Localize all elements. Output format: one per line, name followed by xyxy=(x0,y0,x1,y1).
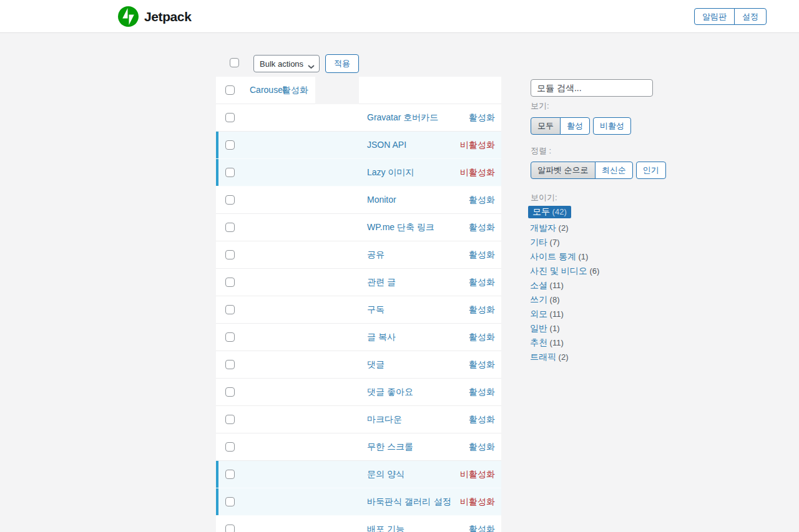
activate-link[interactable]: 활성화 xyxy=(469,332,495,343)
category-item: 기타 (7) xyxy=(530,237,599,248)
activate-link[interactable]: 활성화 xyxy=(282,85,308,96)
activate-link[interactable]: 활성화 xyxy=(469,304,495,316)
brand-title: Jetpack xyxy=(144,9,191,24)
category-count: (42) xyxy=(550,207,567,216)
activate-link[interactable]: 활성화 xyxy=(469,524,495,532)
module-name-link[interactable]: 바둑판식 갤러리 xyxy=(367,496,431,508)
category-item: 추천 (11) xyxy=(530,337,599,348)
activate-link[interactable]: 활성화 xyxy=(469,387,495,398)
deactivate-link[interactable]: 비활성화 xyxy=(460,469,495,480)
module-row: 배포 기능활성화 xyxy=(216,516,501,532)
module-name-link[interactable]: 문의 양식 xyxy=(367,469,404,480)
module-name-link[interactable]: 관련 글 xyxy=(367,277,396,288)
category-link-all[interactable]: 모두 (42) xyxy=(528,206,571,218)
module-search-input[interactable] xyxy=(531,79,653,97)
category-link-social[interactable]: 소셜 (11) xyxy=(530,280,564,290)
deactivate-link[interactable]: 비활성화 xyxy=(460,167,495,178)
category-link-developers[interactable]: 개발자 (2) xyxy=(530,223,569,233)
row-actions: 비활성화 xyxy=(460,469,495,480)
module-row: 공유활성화 xyxy=(216,241,501,269)
category-link-appearance[interactable]: 외모 (11) xyxy=(530,309,564,319)
category-item: 사진 및 비디오 (6) xyxy=(530,266,599,276)
row-checkbox[interactable] xyxy=(225,168,235,177)
row-checkbox[interactable] xyxy=(225,415,235,424)
module-name-link[interactable]: 마크다운 xyxy=(367,414,402,425)
view-all-button[interactable]: 모두 xyxy=(531,117,561,135)
category-link-recommended[interactable]: 추천 (11) xyxy=(530,337,564,347)
activate-link[interactable]: 활성화 xyxy=(469,222,495,233)
row-checkbox[interactable] xyxy=(225,332,235,342)
module-name-link[interactable]: Carousel xyxy=(250,85,285,95)
deactivate-link[interactable]: 비활성화 xyxy=(460,496,495,508)
category-label: 사이트 통계 xyxy=(530,251,576,261)
dashboard-button[interactable]: 알림판 xyxy=(694,8,735,25)
module-name-link[interactable]: Monitor xyxy=(367,195,396,205)
category-label: 모두 xyxy=(532,206,550,216)
activate-link[interactable]: 활성화 xyxy=(469,359,495,370)
sort-filter-group: 알파벳 순으로최신순인기 xyxy=(531,162,666,179)
module-name-link[interactable]: 무한 스크롤 xyxy=(367,442,413,453)
select-all-checkbox[interactable] xyxy=(230,58,239,67)
row-checkbox[interactable] xyxy=(225,250,235,259)
category-link-traffic[interactable]: 트래픽 (2) xyxy=(530,352,569,362)
row-checkbox[interactable] xyxy=(225,113,235,122)
row-checkbox[interactable] xyxy=(225,195,235,205)
category-link-photos-videos[interactable]: 사진 및 비디오 (6) xyxy=(530,266,599,276)
row-checkbox[interactable] xyxy=(225,305,235,314)
row-actions: 활성화 xyxy=(469,387,495,398)
module-name-link[interactable]: JSON API xyxy=(367,140,406,150)
sort-popular-button[interactable]: 인기 xyxy=(636,162,666,179)
module-name-link[interactable]: 댓글 xyxy=(367,359,385,370)
module-name-link[interactable]: 구독 xyxy=(367,304,385,316)
row-actions: 활성화 xyxy=(469,112,495,123)
activate-link[interactable]: 활성화 xyxy=(469,112,495,123)
category-link-site-stats[interactable]: 사이트 통계 (1) xyxy=(530,251,588,261)
activate-link[interactable]: 활성화 xyxy=(469,442,495,453)
category-label: 추천 xyxy=(530,337,547,347)
module-name-link[interactable]: WP.me 단축 링크 xyxy=(367,222,434,233)
category-count: (1) xyxy=(576,252,589,261)
row-checkbox[interactable] xyxy=(225,442,235,452)
sort-alphabetical-button[interactable]: 알파벳 순으로 xyxy=(531,162,596,179)
top-bar: Jetpack 알림판설정 xyxy=(0,0,799,33)
deactivate-link[interactable]: 비활성화 xyxy=(460,140,495,151)
view-inactive-button[interactable]: 비활성 xyxy=(593,117,631,135)
row-checkbox[interactable] xyxy=(225,497,235,506)
row-checkbox[interactable] xyxy=(225,470,235,479)
settings-button[interactable]: 설정 xyxy=(734,8,767,25)
category-count: (7) xyxy=(547,238,560,247)
module-name-link[interactable]: Lazy 이미지 xyxy=(367,167,414,178)
row-checkbox[interactable] xyxy=(225,387,235,397)
category-label: 개발자 xyxy=(530,223,556,233)
module-name-link[interactable]: 글 복사 xyxy=(367,332,396,343)
module-name-link[interactable]: 공유 xyxy=(367,249,385,261)
settings-link[interactable]: 설정 xyxy=(434,496,451,508)
module-name-link[interactable]: Gravatar 호버카드 xyxy=(367,112,438,123)
module-row: 바둑판식 갤러리설정비활성화 xyxy=(216,488,501,516)
category-item: 쓰기 (8) xyxy=(530,294,599,305)
view-active-button[interactable]: 활성 xyxy=(560,117,590,135)
category-link-writing[interactable]: 쓰기 (8) xyxy=(530,294,560,304)
row-checkbox[interactable] xyxy=(225,278,235,287)
category-link-other[interactable]: 기타 (7) xyxy=(530,237,560,247)
row-checkbox[interactable] xyxy=(225,140,235,150)
view-filter-group: 모두활성비활성 xyxy=(531,117,631,135)
activate-link[interactable]: 활성화 xyxy=(469,195,495,206)
category-link-general[interactable]: 일반 (1) xyxy=(530,323,560,333)
row-checkbox[interactable] xyxy=(225,360,235,369)
activate-link[interactable]: 활성화 xyxy=(469,414,495,425)
activate-link[interactable]: 활성화 xyxy=(469,249,495,261)
row-checkbox[interactable] xyxy=(225,223,235,232)
module-name-link[interactable]: 배포 기능 xyxy=(367,524,404,532)
activate-link[interactable]: 활성화 xyxy=(469,277,495,288)
category-count: (6) xyxy=(587,266,600,276)
bulk-actions-select[interactable]: Bulk actions xyxy=(253,55,320,72)
sort-newest-button[interactable]: 최신순 xyxy=(595,162,633,179)
row-checkbox[interactable] xyxy=(225,85,235,95)
view-label: 보기: xyxy=(531,100,549,112)
apply-button[interactable]: 적용 xyxy=(325,54,359,73)
module-name-link[interactable]: 댓글 좋아요 xyxy=(367,387,413,398)
row-actions: 활성화 xyxy=(469,359,495,370)
sort-label: 정렬 : xyxy=(531,145,551,157)
row-checkbox[interactable] xyxy=(225,525,235,532)
